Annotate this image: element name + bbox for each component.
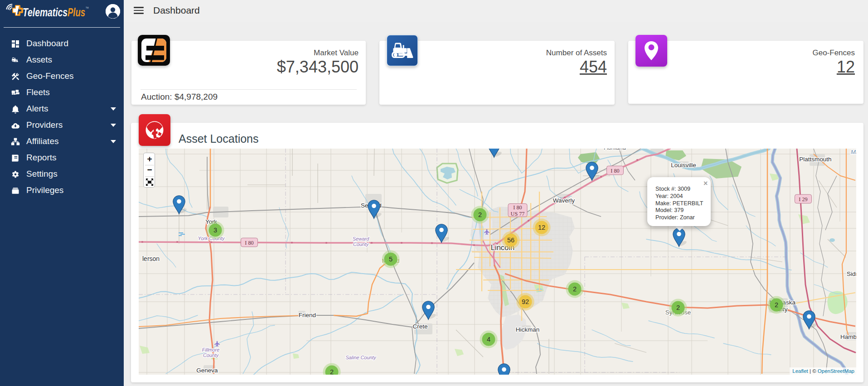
svg-text:Waverly: Waverly [553,197,575,204]
svg-text:2: 2 [775,301,778,309]
svg-text:I 80: I 80 [513,204,522,211]
svg-text:County: County [353,241,369,247]
svg-text:Sidney: Sidney [847,270,856,277]
svg-text:12: 12 [538,224,545,231]
svg-text:92: 92 [522,298,529,305]
svg-text:Crete: Crete [412,323,427,330]
svg-text:Seward: Seward [353,236,370,241]
svg-text:I 80: I 80 [245,240,253,246]
svg-text:3: 3 [213,227,217,234]
svg-text:Plattsmouth: Plattsmouth [799,156,831,163]
svg-text:Hickman: Hickman [516,326,540,333]
svg-text:56: 56 [507,236,514,244]
svg-text:I 29: I 29 [799,196,807,203]
svg-text:TM: TM [86,7,89,9]
svg-text:Telematics: Telematics [23,5,68,19]
svg-text:US 77: US 77 [511,211,525,217]
svg-text:Ashland: Ashland [604,149,626,151]
svg-text:Fillmore: Fillmore [202,347,219,352]
svg-text:Mis: Mis [851,149,856,155]
svg-text:Hamburg: Hamburg [840,333,856,340]
svg-text:5: 5 [389,256,393,263]
svg-text:4: 4 [487,336,490,343]
svg-text:Geneva: Geneva [196,367,218,374]
svg-text:Friend: Friend [299,312,316,318]
svg-text:County: County [203,352,219,358]
svg-text:2: 2 [676,304,680,311]
svg-text:2: 2 [330,368,334,375]
svg-text:2: 2 [573,285,577,293]
svg-text:2: 2 [478,211,482,218]
svg-text:Saline County: Saline County [345,355,376,360]
svg-text:lerson: lerson [142,255,160,262]
svg-text:Louisville: Louisville [671,162,696,169]
svg-text:Plus: Plus [68,5,85,19]
svg-text:I 80: I 80 [611,168,619,174]
